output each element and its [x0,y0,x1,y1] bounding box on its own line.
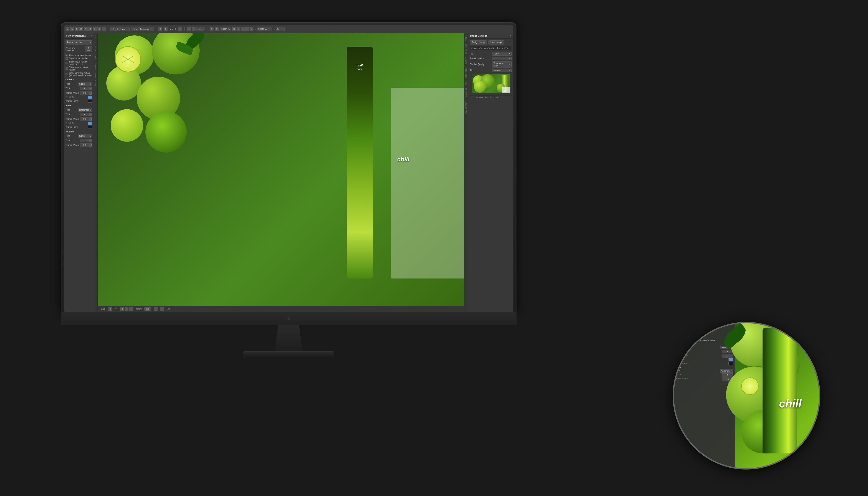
zoom-sides-type-select[interactable]: Rectangle▾ [720,369,733,373]
flip-select[interactable]: None ▾ [492,52,512,56]
corners-bg-color-swatch[interactable] [88,96,92,99]
zoom-corners-width-input[interactable]: 8 [722,350,733,353]
vtab-ads[interactable]: ADS [464,80,468,86]
transformation-select[interactable]: ▾ [492,57,512,60]
sides-bw-down[interactable]: ▼ [90,119,92,121]
vtab-image[interactable]: IMAGE [94,45,97,53]
path-arrow-up[interactable]: ↑ [237,27,240,31]
checkbox-swap[interactable]: Show swap-content handle [65,66,92,71]
sides-border-color-swatch[interactable] [88,126,92,129]
tool-zoom[interactable]: ⊕ [93,27,97,31]
checkbox-show-move-text[interactable]: Show move handle during text edit [65,61,92,65]
nav-right[interactable]: → [192,27,195,31]
corners-width-stepper[interactable]: ▲ ▼ [90,87,92,90]
rotation-width-down[interactable]: ▼ [90,140,92,142]
corners-width-input[interactable]: 8 [80,87,90,90]
tool-extra1[interactable]: I [97,27,101,31]
corners-type-select[interactable]: Circle ▾ [78,82,92,86]
vtab-output[interactable]: OUTPUT [464,56,468,66]
page-input[interactable]: 2 [108,307,112,311]
vtab-frame[interactable]: FRAME [94,53,97,62]
rotation-bw-stepper[interactable]: ▲ ▼ [90,143,92,147]
nav-left[interactable]: ← [187,27,191,31]
vtab-resources[interactable]: RESOURCES [464,66,468,80]
rotation-width-stepper[interactable]: ▲ ▼ [90,139,92,142]
corners-bw-stepper[interactable]: ▲ ▼ [90,91,92,95]
vtab-document[interactable]: DOCUMENT [464,43,468,55]
grid-icon[interactable]: ⊞ [158,27,162,31]
canvas-viewport[interactable]: chillwater [98,33,464,306]
page-icon2[interactable]: ⊟ [215,27,219,31]
checkbox-show-move[interactable]: Show move handle [65,57,92,60]
zoom-sides-width-input[interactable]: 6 [722,373,733,377]
path-arrow-right2[interactable]: ↓ [250,27,253,31]
checkbox-show-move-text-box[interactable] [65,62,68,64]
close-icon[interactable]: ✕ [178,27,182,31]
tool-shape[interactable]: Q [88,27,92,31]
vtab-variables2[interactable]: VARIABLES [464,87,468,99]
vtab-txt[interactable]: TXT [94,34,97,40]
vtab-t[interactable]: T [94,41,97,44]
vtab-variable[interactable]: VARIABLE DATA [94,72,97,88]
sides-bw-stepper[interactable]: ▲ ▼ [90,117,92,121]
checkbox-swap-box[interactable] [65,67,68,70]
sides-width-up[interactable]: ▲ [90,113,92,114]
sides-bg-color-swatch[interactable] [88,122,92,125]
corners-border-color-swatch[interactable] [88,99,92,103]
sides-width-down[interactable]: ▼ [90,114,92,116]
zoom-bg-swatch[interactable] [728,358,733,361]
create-annotation-button[interactable]: Create Annotation ▾ [131,27,154,31]
corners-bw-input[interactable]: 0.5 [80,91,90,95]
tool-image[interactable]: ⊡ [79,27,83,31]
checkbox-show-move-box[interactable] [65,57,68,60]
fit-select[interactable]: Manual ▾ [492,68,512,72]
rotation-width-up[interactable]: ▲ [90,139,92,140]
rotation-bw-down[interactable]: ▼ [90,145,92,147]
vtab-styles[interactable]: STYLES [94,62,97,72]
checkbox-transparent-box[interactable] [65,73,68,75]
tool-select[interactable]: ◈ [70,27,74,31]
rotation-width-input[interactable]: 10 [80,139,90,142]
checkbox-allow-inline-box[interactable] [65,54,68,57]
path-arrow-down[interactable]: ↓ [241,27,245,31]
sides-width-stepper[interactable]: ▲ ▼ [90,113,92,116]
zoom-corners-bw-input[interactable]: 0.5 [722,354,733,357]
right-panel-close[interactable]: × [510,34,511,37]
display-quality-select[interactable]: Document Setting ▾ [492,61,512,67]
about-button[interactable]: About [169,28,177,31]
page-add[interactable]: + [129,307,133,311]
panel-close-btn[interactable]: × [91,34,92,37]
checkbox-allow-inline[interactable]: Allow inline positioning [65,54,92,57]
tool-text[interactable]: T [75,27,79,31]
sides-bw-input[interactable]: 0.5 [80,117,90,121]
corners-bw-up[interactable]: ▲ [90,91,92,93]
frame-handles-dropdown[interactable]: Frame Handles ▾ [65,41,92,45]
tool-pointer[interactable]: ▸ [65,27,69,31]
corners-width-up[interactable]: ▲ [90,87,92,88]
checkbox-transparent[interactable]: Transparent selection (allows immediate … [65,72,92,77]
rotation-type-select[interactable]: Circle ▾ [78,134,92,138]
create-frame-button[interactable]: Create Frame ▾ [110,27,129,31]
path-arrow-left2[interactable]: ↑ [245,27,249,31]
settings-icon[interactable]: ⚙ [163,27,168,31]
rotation-bw-input[interactable]: 0.5 [80,143,90,147]
path-close[interactable]: ✕ [232,27,236,31]
tool-extra2[interactable]: | [102,27,106,31]
rotation-bw-up[interactable]: ▲ [90,143,92,145]
zoom-out[interactable]: - [154,307,158,311]
zoom-in[interactable]: + [160,307,164,311]
corners-width-down[interactable]: ▼ [90,88,92,90]
corners-bw-down[interactable]: ▼ [90,93,92,95]
clear-image-button[interactable]: Clear Image [488,41,504,45]
page-prev[interactable]: ◁ [120,307,124,311]
vtab-environment[interactable]: ENVIRONMENT [464,99,468,115]
tool-pen[interactable]: ✎ [84,27,88,31]
arrow-key-input[interactable]: 1 mm [85,46,92,52]
assign-image-button[interactable]: Assign Image [470,41,487,45]
sides-width-input[interactable]: 6 [80,113,90,117]
page-next[interactable]: ▷ [125,307,128,311]
zoom-border-swatch[interactable] [728,362,733,365]
zoom-input[interactable]: 100 [144,307,151,311]
sides-type-select[interactable]: Rectangle ▾ [78,108,92,112]
sides-bw-up[interactable]: ▲ [90,117,92,119]
